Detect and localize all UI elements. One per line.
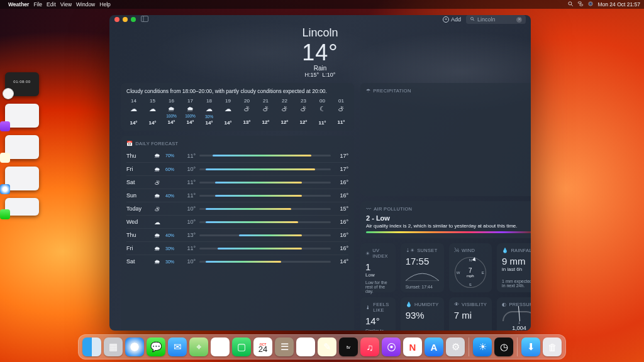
menu-window[interactable]: Window <box>76 1 95 8</box>
close-button[interactable] <box>114 17 119 22</box>
daily-row[interactable]: Thu🌧40%13°16° <box>126 228 348 241</box>
rainfall-card[interactable]: 💧Rainfall 9 mm in last 6h 1 mm expected … <box>497 243 531 292</box>
dock-music-icon[interactable]: ♫ <box>360 337 379 356</box>
minimize-button[interactable] <box>123 17 128 22</box>
dock-launchpad-icon[interactable]: ▦ <box>104 337 123 356</box>
dock-safari-icon[interactable] <box>125 337 144 356</box>
menu-view[interactable]: View <box>60 1 72 8</box>
menubar: Weather File Edit View Window Help Mon 2… <box>0 0 644 9</box>
hourly-item: 20⛅︎13° <box>240 98 254 126</box>
wind-card[interactable]: 🌬︎Wind NSEW 7mph <box>449 243 492 292</box>
daily-row[interactable]: Wed☁︎10°16° <box>126 215 348 228</box>
pressure-gauge <box>502 311 531 321</box>
sunset-card[interactable]: ⇣☀︎Sunset 17:55 Sunset: 17:44 <box>401 243 444 292</box>
svg-rect-6 <box>142 16 148 22</box>
daily-forecast-card[interactable]: 📅Daily Forecast Thu🌧70%11°17°Fri🌧60%10°1… <box>121 136 354 331</box>
stage-thumb[interactable] <box>5 198 39 216</box>
hourly-item: 21⛅︎12° <box>258 98 273 126</box>
menu-file[interactable]: File <box>33 1 42 8</box>
menu-help[interactable]: Help <box>99 1 110 8</box>
menubar-app-name[interactable]: Weather <box>8 1 29 8</box>
sun-path-graphic <box>406 269 439 285</box>
spotlight-icon[interactable] <box>567 1 574 8</box>
dock-appstore-icon[interactable]: A <box>425 337 443 356</box>
hi-lo: H:15° L:10° <box>109 72 531 78</box>
dock-tv-icon[interactable]: tv <box>339 337 358 356</box>
dock-reminders-icon[interactable]: ☰ <box>296 337 315 356</box>
dock-clock-icon[interactable]: ◷ <box>494 337 513 356</box>
sunset-icon: ⇣☀︎ <box>406 248 415 253</box>
hourly-item: 17🌧100%14° <box>183 98 197 126</box>
sidebar-toggle-icon[interactable] <box>141 16 148 23</box>
svg-rect-3 <box>580 4 583 6</box>
svg-rect-2 <box>579 2 582 4</box>
air-pollution-card[interactable]: 〰︎Air Pollution 2 - Low Air quality inde… <box>360 201 531 238</box>
daily-row[interactable]: Sat🌧30%10°14° <box>126 255 348 268</box>
feels-like-card[interactable]: 🌡︎Feels Like 14° Similar to the actual t… <box>360 297 396 331</box>
safari-icon <box>0 184 10 194</box>
hourly-forecast-card[interactable]: Cloudy conditions from 18:00–20:00, with… <box>121 83 354 131</box>
podcasts-icon <box>0 121 10 131</box>
messages-icon <box>0 209 10 219</box>
weather-window: + Add Lincoln ✕ Lincoln 14° Rain H:15° L… <box>109 15 531 331</box>
dock-mail-icon[interactable]: ✉︎ <box>168 337 187 356</box>
dock-news-icon[interactable]: N <box>403 337 422 356</box>
aqi-icon: 〰︎ <box>366 206 371 212</box>
stage-thumb[interactable] <box>5 167 39 190</box>
dock-messages-icon[interactable]: 💬 <box>147 337 165 356</box>
umbrella-icon: ☂︎ <box>366 88 370 94</box>
visibility-card[interactable]: 👁︎Visibility 7 mi It's clear right now. <box>449 297 492 331</box>
window-traffic-lights <box>114 17 136 22</box>
menubar-clock[interactable]: Mon 24 Oct 21:57 <box>597 1 640 8</box>
search-icon <box>470 16 475 23</box>
hourly-item: 15☁︎14° <box>145 98 160 126</box>
dock-weather-icon[interactable]: ☀︎ <box>473 337 492 356</box>
zoom-button[interactable] <box>131 17 136 22</box>
humidity-icon: 💧 <box>406 302 412 307</box>
dock-contacts-icon[interactable]: ☰ <box>275 337 294 356</box>
dock-podcasts-icon[interactable]: ⦿ <box>382 337 401 356</box>
uv-index-card[interactable]: ☀︎UV Index 1 Low Low for the rest of the… <box>360 243 396 292</box>
add-location-button[interactable]: + Add <box>443 16 461 23</box>
control-center-icon[interactable] <box>577 1 584 8</box>
menu-edit[interactable]: Edit <box>47 1 56 8</box>
droplet-icon: 💧 <box>502 248 508 253</box>
dock-photos-icon[interactable]: ✿ <box>211 337 230 356</box>
dock-facetime-icon[interactable]: ▢ <box>232 337 251 356</box>
sun-icon: ☀︎ <box>365 251 370 256</box>
hourly-summary: Cloudy conditions from 18:00–20:00, with… <box>126 88 348 94</box>
pressure-card[interactable]: ◐Pressure ↓1,004hPa LowHigh <box>497 297 531 331</box>
dock-notes-icon[interactable]: ✎ <box>318 337 336 356</box>
dock-downloads-icon[interactable]: ⬇︎ <box>521 337 540 356</box>
dock-separator <box>469 337 469 356</box>
current-conditions-hero: Lincoln 14° Rain H:15° L:10° <box>109 24 531 83</box>
clock-widget-icon <box>3 88 14 99</box>
location-name: Lincoln <box>109 26 531 40</box>
aqi-scale-bar <box>366 231 531 233</box>
dock-settings-icon[interactable]: ⚙︎ <box>446 337 465 356</box>
dock: ▦ 💬 ✉︎ ⌖ ✿ ▢ OCT24 ☰ ☰ ✎ tv ♫ ⦿ N A ⚙︎ ☀… <box>78 334 566 359</box>
current-temperature: 14° <box>109 40 531 66</box>
clear-search-icon[interactable]: ✕ <box>516 17 522 23</box>
daily-row[interactable]: Sat⛅︎11°16° <box>126 175 348 189</box>
daily-row[interactable]: Today⛅︎10°15° <box>126 202 348 215</box>
dock-trash-icon[interactable]: 🗑︎ <box>543 337 562 356</box>
dock-maps-icon[interactable]: ⌖ <box>189 337 208 356</box>
siri-icon[interactable] <box>587 1 594 8</box>
daily-row[interactable]: Fri🌧60%10°17° <box>126 162 348 175</box>
svg-point-0 <box>569 2 572 5</box>
wind-icon: 🌬︎ <box>454 248 459 253</box>
stage-thumb[interactable] <box>5 104 39 128</box>
hourly-item: 18☁︎30%14° <box>202 98 216 126</box>
dock-calendar-icon[interactable]: OCT24 <box>253 337 272 356</box>
location-search-field[interactable]: Lincoln ✕ <box>466 15 526 24</box>
daily-row[interactable]: Sun🌧40%11°16° <box>126 189 348 202</box>
dock-finder-icon[interactable] <box>82 337 101 356</box>
humidity-card[interactable]: 💧Humidity 93% The dew point is 13° right… <box>401 297 444 331</box>
hourly-item: 22⛅︎12° <box>277 98 292 126</box>
precipitation-map-card[interactable]: ☂︎Precipitation <box>360 83 531 196</box>
stage-thumb[interactable] <box>5 135 39 159</box>
daily-row[interactable]: Thu🌧70%11°17° <box>126 149 348 162</box>
daily-row[interactable]: Fri🌧30%11°16° <box>126 241 348 255</box>
hourly-item: 00☾11° <box>315 98 330 126</box>
